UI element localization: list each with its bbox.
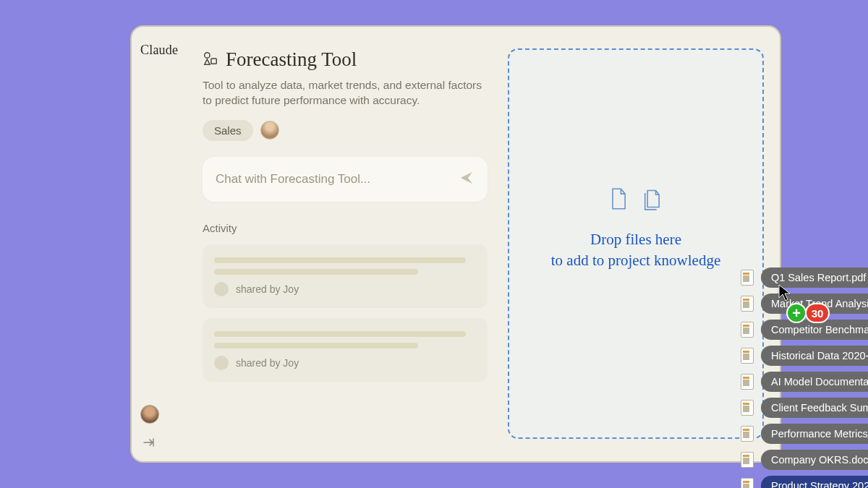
- activity-author-avatar: [214, 282, 229, 296]
- activity-item[interactable]: shared by Joy: [203, 244, 488, 308]
- activity-shared-by: shared by Joy: [236, 283, 299, 295]
- file-icon: [741, 374, 754, 390]
- dropzone-icon-group: [509, 187, 762, 210]
- chat-input-container[interactable]: [203, 157, 488, 202]
- drag-file-name: Historical Data 2020-2023.csv: [761, 346, 868, 366]
- file-dropzone[interactable]: Drop files here to add to project knowle…: [508, 48, 764, 439]
- skeleton-line: [214, 343, 418, 348]
- drag-file-row: Client Feedback Summary.doc: [741, 398, 868, 418]
- drag-file-row: Company OKRS.doc: [741, 450, 868, 470]
- drag-file-name: Performance Metrics.csv: [761, 424, 868, 444]
- drag-count-badge: 30: [805, 303, 830, 323]
- activity-author-avatar: [214, 356, 229, 370]
- file-icon: [741, 270, 754, 286]
- activity-shared-by: shared by Joy: [236, 357, 299, 369]
- drag-file-name: Product Strategy 2024.doc: [761, 476, 868, 488]
- activity-item[interactable]: shared by Joy: [203, 318, 488, 382]
- skeleton-line: [214, 269, 418, 275]
- drag-file-row: Performance Metrics.csv: [741, 424, 868, 444]
- svg-point-0: [205, 52, 210, 57]
- file-icon: [741, 478, 754, 488]
- send-button[interactable]: [459, 170, 475, 189]
- drag-file-row: Q1 Sales Report.pdf: [741, 267, 868, 288]
- drag-file-row: AI Model Documentation.doc: [741, 372, 868, 392]
- file-icon: [741, 348, 754, 364]
- drag-file-row: Product Strategy 2024.doc: [741, 476, 868, 488]
- drag-file-row: Competitor Benchmarks.pdf: [741, 320, 868, 340]
- project-description: Tool to analyze data, market trends, and…: [203, 78, 492, 108]
- current-user-avatar[interactable]: [140, 405, 159, 424]
- drag-file-name: Company OKRS.doc: [761, 450, 868, 470]
- drag-file-name: Client Feedback Summary.doc: [761, 398, 868, 418]
- dropzone-text-line2: to add to project knowledge: [509, 250, 762, 271]
- drag-file-name: AI Model Documentation.doc: [761, 372, 868, 392]
- brand-logo: Claude: [140, 43, 178, 58]
- activity-heading: Activity: [203, 222, 492, 234]
- file-icon: [741, 452, 754, 468]
- drag-add-icon: +: [786, 303, 807, 323]
- project-icon: [203, 51, 218, 69]
- cursor-icon: [778, 283, 792, 305]
- file-icon: [741, 296, 754, 312]
- project-tag[interactable]: Sales: [203, 120, 253, 141]
- project-title: Forecasting Tool: [226, 48, 357, 71]
- chat-input[interactable]: [216, 172, 447, 187]
- drag-preview: Q1 Sales Report.pdfMarket Trend Analysis…: [741, 267, 868, 488]
- skeleton-line: [214, 257, 466, 263]
- file-icon: [741, 426, 754, 442]
- document-icon: [608, 187, 629, 210]
- sidebar: Claude: [132, 27, 168, 461]
- project-member-avatar[interactable]: [260, 121, 279, 140]
- svg-rect-1: [211, 59, 216, 64]
- documents-stack-icon: [642, 187, 663, 210]
- app-window: Claude Forecasting Tool Tool to analyze …: [130, 25, 781, 463]
- dropzone-text-line1: Drop files here: [509, 229, 762, 250]
- skeleton-line: [214, 331, 466, 337]
- file-icon: [741, 400, 754, 416]
- file-icon: [741, 322, 754, 338]
- sidebar-collapse-button[interactable]: [143, 437, 155, 450]
- drag-file-row: Historical Data 2020-2023.csv: [741, 346, 868, 366]
